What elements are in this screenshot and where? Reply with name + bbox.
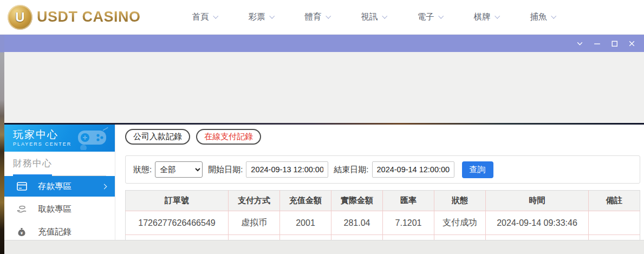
search-button[interactable]: 查詢 (462, 161, 493, 178)
sidebar-item-deposit[interactable]: 存款專區 (4, 176, 115, 197)
minimize-button[interactable] (591, 37, 603, 49)
status-select[interactable]: 全部 (155, 161, 203, 178)
window-titlebar (4, 35, 644, 52)
window-content: 玩家中心 PLAYERS CENTER (4, 125, 644, 240)
end-date-label: 結束日期: (334, 165, 368, 175)
col-payment-method: 支付方式 (229, 191, 280, 211)
col-remark: 備註 (589, 191, 640, 211)
chevron-down-icon (551, 13, 556, 18)
tab-online-payment-records[interactable]: 在線支付記錄 (196, 129, 261, 145)
nav-label: 視訊 (361, 11, 378, 23)
window-controls (574, 37, 638, 49)
sidebar-item-label: 存款專區 (38, 181, 71, 192)
nav-item-fishing[interactable]: 捕魚 (515, 11, 571, 23)
player-center-window: 玩家中心 PLAYERS CENTER (4, 35, 644, 254)
nav-item-slots[interactable]: 電子 (402, 11, 458, 23)
cell-time: 2024-09-14 09:33:46 (486, 211, 589, 235)
sidebar-subtitle: PLAYERS CENTER (13, 141, 71, 147)
chevron-down-icon (495, 13, 500, 18)
chevron-down-icon (326, 13, 331, 18)
sidebar-item-recharge-records[interactable]: ¥ 充值記錄 (4, 222, 115, 240)
tab-company-deposit-records[interactable]: 公司入款記錄 (125, 129, 190, 145)
chevron-down-icon (213, 13, 218, 18)
stage: 玩家中心 PLAYERS CENTER (0, 35, 644, 254)
collapse-button[interactable] (574, 37, 586, 49)
payment-records-table: 訂單號 支付方式 充值金額 實際金額 匯率 狀態 時間 備註 (125, 190, 640, 240)
close-button[interactable] (626, 37, 638, 49)
cell-actual-amount: 281.04 (331, 211, 383, 235)
chevron-down-icon (269, 13, 275, 18)
nav-label: 棋牌 (474, 11, 491, 23)
col-time: 時間 (486, 191, 589, 211)
sidebar-section: 財務中心 (4, 152, 115, 176)
nav-item-live[interactable]: 視訊 (346, 11, 402, 23)
money-bag-icon: ¥ (16, 227, 27, 237)
col-exchange-rate: 匯率 (383, 191, 434, 211)
sidebar-section-title: 財務中心 (13, 157, 106, 170)
window-blank-area (4, 52, 644, 123)
cell-recharge-amount: 2001 (280, 211, 331, 235)
deposit-card-icon (16, 181, 27, 191)
main-panel: 公司入款記錄 在線支付記錄 狀態: 全部 開始日期: 結束日期: 查詢 (115, 125, 644, 240)
nav-item-home[interactable]: 首頁 (177, 11, 233, 23)
end-date-input[interactable] (372, 161, 454, 178)
svg-text:¥: ¥ (21, 231, 23, 236)
table-row: 1726277626466549 虚拟币 2001 281.04 7.1201 … (126, 211, 640, 235)
sidebar-title: 玩家中心 (13, 129, 71, 140)
col-recharge-amount: 充值金額 (280, 191, 331, 211)
sidebar-item-label: 取款專區 (38, 204, 71, 215)
cell-payment-method: 虚拟币 (229, 211, 280, 235)
brand-name: USDT CASINO (37, 9, 141, 25)
chevron-down-icon (382, 13, 387, 18)
close-icon (628, 40, 636, 48)
top-navbar: U USDT CASINO 首頁 彩票 體育 視訊 電子 (0, 0, 644, 35)
cell-status: 支付成功 (434, 211, 486, 235)
nav-label: 捕魚 (530, 11, 547, 23)
sidebar-header: 玩家中心 PLAYERS CENTER (4, 125, 115, 152)
col-status: 狀態 (434, 191, 486, 211)
nav-label: 體育 (305, 11, 322, 23)
start-date-input[interactable] (246, 161, 328, 178)
sidebar: 玩家中心 PLAYERS CENTER (4, 125, 115, 240)
table-row-partial (126, 235, 640, 240)
page-background-sliver (0, 35, 4, 254)
chevron-right-icon (102, 184, 107, 189)
filter-bar: 狀態: 全部 開始日期: 結束日期: 查詢 (125, 155, 640, 184)
maximize-icon (610, 40, 619, 48)
chevron-down-icon (438, 13, 444, 18)
gamepad-icon (75, 126, 109, 150)
sidebar-item-label: 充值記錄 (38, 226, 71, 238)
cell-order-number: 1726277626466549 (126, 211, 229, 235)
col-order-number: 訂單號 (126, 191, 229, 211)
nav-item-sports[interactable]: 體育 (289, 11, 346, 23)
chevron-down-icon (576, 40, 584, 48)
nav-label: 首頁 (192, 11, 209, 23)
nav-item-chess[interactable]: 棋牌 (458, 11, 515, 23)
cell-exchange-rate: 7.1201 (383, 211, 434, 235)
table-header-row: 訂單號 支付方式 充值金額 實際金額 匯率 狀態 時間 備註 (126, 191, 640, 211)
sidebar-item-withdraw[interactable]: 取款專區 (4, 199, 115, 219)
brand-logo-icon: U (8, 5, 32, 30)
nav-item-lottery[interactable]: 彩票 (233, 11, 289, 23)
col-actual-amount: 實際金額 (331, 191, 383, 211)
window-footer-bar (4, 240, 644, 254)
logo-letter: U (15, 10, 24, 25)
sidebar-header-text: 玩家中心 PLAYERS CENTER (13, 129, 71, 147)
minimize-icon (593, 40, 601, 48)
nav-label: 彩票 (249, 11, 265, 23)
maximize-button[interactable] (608, 37, 620, 49)
cell-remark (589, 211, 640, 235)
nav-label: 電子 (418, 11, 434, 23)
status-label: 狀態: (133, 165, 152, 175)
main-nav: 首頁 彩票 體育 視訊 電子 棋牌 (177, 11, 571, 23)
page: U USDT CASINO 首頁 彩票 體育 視訊 電子 (0, 0, 644, 254)
withdraw-hand-icon (16, 204, 27, 214)
record-tabs: 公司入款記錄 在線支付記錄 (125, 129, 640, 145)
brand-logo[interactable]: U USDT CASINO (0, 5, 141, 30)
start-date-label: 開始日期: (208, 165, 243, 175)
